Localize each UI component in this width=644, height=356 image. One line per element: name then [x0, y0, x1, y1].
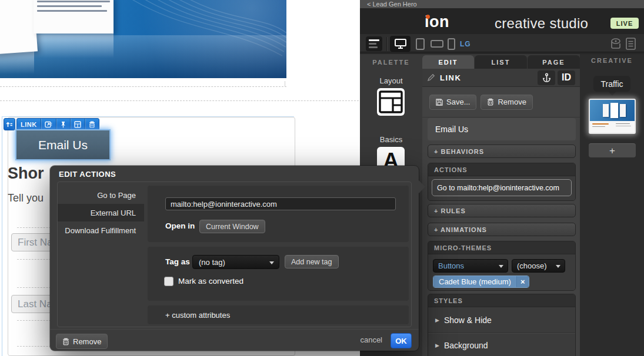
micro-themes-header: MICRO-THEMES	[428, 241, 575, 254]
thumbnail-hero	[590, 100, 635, 121]
remove-theme-tag-button[interactable]: ×	[516, 276, 529, 287]
external-url-input[interactable]	[165, 197, 396, 210]
tab-palette[interactable]: PALETTE	[360, 55, 422, 69]
action-list-item[interactable]: Go to mailto:help@ioninteractive.com	[432, 179, 572, 196]
element-type-label: LINK	[17, 119, 41, 130]
save-button[interactable]: Save...	[429, 95, 476, 110]
styles-section: STYLES ▶ Show & Hide ▶ Background	[428, 294, 576, 356]
edit-actions-modal: EDIT ACTIONS Go to Page External URL Dow…	[50, 166, 419, 351]
modal-pointer-arrow	[419, 180, 425, 193]
mark-converted-checkbox[interactable]	[164, 277, 173, 286]
anchor-button[interactable]	[538, 70, 555, 85]
hero-image[interactable]	[0, 0, 286, 78]
cancel-link[interactable]: cancel	[360, 335, 382, 344]
add-creative-button[interactable]: +	[589, 143, 636, 157]
page-paragraph: Tell you	[8, 192, 44, 204]
creative-thumbnail[interactable]	[589, 99, 636, 134]
selected-element-type: LINK	[440, 73, 535, 82]
ok-button[interactable]: OK	[391, 333, 412, 348]
layout-button[interactable]	[70, 119, 85, 130]
element-header: LINK ID	[422, 69, 580, 87]
nav-external-url[interactable]: External URL	[58, 204, 144, 221]
swap-element-button[interactable]	[41, 119, 56, 130]
layout-palette-item[interactable]	[377, 88, 405, 116]
email-us-button[interactable]: Email Us	[16, 130, 109, 159]
palette-toggle-button[interactable]	[366, 36, 382, 51]
element-content-editor[interactable]: Email Us	[428, 118, 576, 140]
remove-label: Remove	[498, 98, 526, 106]
divider	[386, 37, 387, 51]
tag-as-label: Tag as	[165, 257, 190, 266]
chevron-right-icon: ▶	[435, 342, 439, 348]
animations-section-bar[interactable]: + ANIMATIONS	[428, 223, 576, 236]
remove-element-button[interactable]: Remove	[481, 95, 532, 110]
actions-section-header: ACTIONS	[428, 163, 575, 176]
live-status-badge: LIVE	[610, 18, 639, 29]
nav-download-fulfillment[interactable]: Download Fulfillment	[58, 221, 144, 239]
save-icon	[436, 99, 443, 106]
select-parent-button[interactable]	[4, 118, 15, 130]
layout-grid-icon	[74, 121, 81, 128]
app-header: ion creative studio LIVE	[360, 8, 644, 34]
dropzone-divider	[0, 100, 359, 101]
edit-column: LINK ID	[422, 69, 580, 356]
back-breadcrumb[interactable]: < Lead Gen Hero	[360, 0, 644, 8]
layout-thumbnail-icon	[377, 88, 405, 116]
notes-icon	[626, 38, 636, 50]
rules-section-bar[interactable]: + RULES	[428, 204, 576, 217]
id-button[interactable]: ID	[558, 70, 575, 85]
actions-section: ACTIONS Go to mailto:help@ioninteractive…	[428, 163, 576, 201]
pin-button[interactable]	[56, 119, 70, 130]
nav-go-to-page[interactable]: Go to Page	[58, 186, 144, 204]
thumbnail-body	[590, 121, 635, 133]
breakpoint-size-label[interactable]: LG	[460, 40, 471, 48]
theme-category-select[interactable]: Buttons	[433, 259, 508, 273]
page-reflection	[34, 33, 114, 58]
app-title: creative studio	[495, 15, 588, 32]
delete-element-button[interactable]	[85, 119, 99, 130]
traffic-tab[interactable]: Traffic	[593, 76, 630, 92]
anchor-icon	[542, 73, 551, 83]
modal-title: EDIT ACTIONS	[59, 170, 116, 179]
select-parent-icon	[6, 121, 13, 128]
theme-tag-label: Cadet Blue (medium)	[433, 276, 516, 287]
tab-creative[interactable]: CREATIVE	[580, 57, 644, 64]
palette-group-layout: Layout	[360, 76, 422, 85]
modal-remove-label: Remove	[73, 337, 101, 346]
swap-element-icon	[45, 121, 52, 128]
save-label: Save...	[446, 98, 470, 106]
background-row[interactable]: ▶ Background	[428, 333, 575, 356]
monitor-icon	[395, 39, 406, 49]
tab-page[interactable]: PAGE	[528, 55, 580, 69]
palette-group-basics: Basics	[360, 135, 422, 144]
tag-select[interactable]: (no tag)	[192, 255, 279, 269]
custom-attributes-panel: + custom attributes	[148, 305, 409, 324]
desktop-breakpoint-button[interactable]	[390, 36, 411, 52]
tablet-breakpoint-button[interactable]	[416, 38, 425, 50]
phone-portrait-breakpoint-button[interactable]	[448, 38, 455, 50]
tag-panel: Tag as (no tag) Add new tag Mark as conv…	[148, 247, 409, 301]
notes-button[interactable]	[626, 38, 636, 52]
add-new-tag-button[interactable]: Add new tag	[285, 255, 339, 268]
tab-list[interactable]: LIST	[475, 55, 527, 69]
document-page	[0, 0, 38, 54]
custom-attributes-link[interactable]: + custom attributes	[165, 305, 230, 324]
modal-remove-button[interactable]: Remove	[56, 334, 108, 349]
phone-landscape-breakpoint-button[interactable]	[431, 40, 443, 48]
dropzone-divider	[0, 86, 286, 87]
behaviors-section-bar[interactable]: + BEHAVIORS	[428, 145, 576, 158]
open-in-button[interactable]: Current Window	[199, 220, 265, 233]
screen: Shor Tell you LINK	[0, 0, 644, 356]
styles-section-header: STYLES	[428, 294, 575, 307]
preview-button[interactable]	[609, 38, 622, 52]
document-page	[34, 0, 114, 33]
applied-theme-tag: Cadet Blue (medium) ×	[433, 276, 529, 288]
theme-choose-select[interactable]: (choose)	[512, 259, 565, 273]
pencil-icon	[427, 73, 435, 82]
modal-footer: Remove cancel OK	[50, 329, 419, 351]
trash-icon	[487, 98, 494, 106]
page-reflection	[0, 51, 34, 74]
tab-edit[interactable]: EDIT	[422, 55, 474, 69]
chevron-right-icon: ▶	[435, 317, 439, 323]
show-hide-row[interactable]: ▶ Show & Hide	[428, 307, 575, 333]
